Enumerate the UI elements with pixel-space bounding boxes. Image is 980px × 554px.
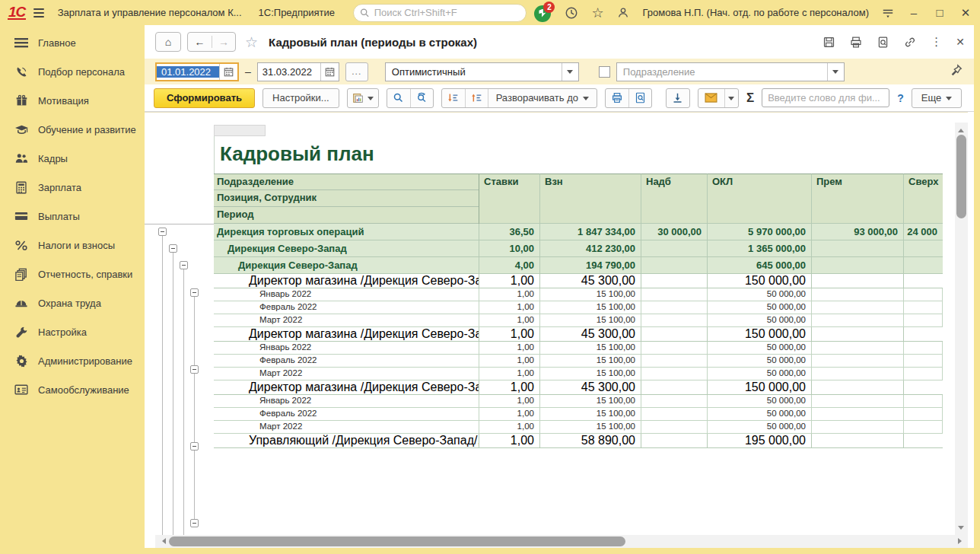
date-from-value[interactable]: 01.01.2022: [157, 66, 219, 78]
sidebar-item-gift[interactable]: Мотивация: [0, 86, 145, 115]
table-row[interactable]: Директор магазина /Дирекция Северо-Запад…: [214, 380, 943, 395]
save-report-icon[interactable]: [667, 89, 689, 107]
row-label-cell[interactable]: Директор магазина /Дирекция Северо-Запад…: [214, 327, 479, 342]
report-title-cell[interactable]: Кадровый план: [214, 125, 943, 174]
value-cell[interactable]: [641, 301, 708, 314]
value-cell[interactable]: [812, 327, 904, 342]
header-cell[interactable]: Взн: [540, 174, 641, 224]
sidebar-item-graduation-cap[interactable]: Обучение и развитие: [0, 115, 145, 144]
close-form-button[interactable]: ✕: [956, 36, 965, 48]
table-row[interactable]: Директор магазина /Дирекция Северо-Запад…: [214, 274, 943, 288]
value-cell[interactable]: [904, 421, 943, 434]
tree-collapse-expander[interactable]: [180, 261, 188, 269]
tree-collapse-expander[interactable]: [190, 288, 199, 297]
value-cell[interactable]: [641, 274, 708, 288]
row-label-cell[interactable]: Январь 2022: [214, 395, 479, 408]
value-cell[interactable]: 50 000,00: [708, 342, 812, 355]
value-cell[interactable]: [812, 301, 904, 314]
row-label-cell[interactable]: Управляющий /Дирекция Северо-Запад/, Куз…: [214, 434, 479, 448]
chevron-down-icon[interactable]: [724, 89, 738, 107]
sidebar-item-helmet[interactable]: Охрана труда: [0, 288, 145, 317]
value-cell[interactable]: [812, 240, 904, 257]
value-cell[interactable]: 36,50: [479, 224, 540, 240]
table-row[interactable]: Март 20221,0015 100,0050 000,00: [214, 314, 943, 327]
value-cell[interactable]: [641, 355, 708, 368]
value-cell[interactable]: [904, 274, 943, 288]
print-icon[interactable]: [849, 36, 863, 49]
value-cell[interactable]: [641, 314, 708, 327]
row-label-cell[interactable]: Февраль 2022: [214, 301, 479, 314]
value-cell[interactable]: [904, 314, 943, 327]
sidebar-item-percent[interactable]: Налоги и взносы: [0, 231, 145, 259]
scenario-combo[interactable]: Оптимистичный: [385, 62, 579, 81]
value-cell[interactable]: 4,00: [479, 257, 540, 274]
send-mail-button[interactable]: [698, 89, 724, 107]
table-row[interactable]: Директор магазина /Дирекция Северо-Запад…: [214, 327, 943, 342]
value-cell[interactable]: 15 100,00: [540, 395, 641, 408]
history-icon[interactable]: [565, 6, 578, 20]
value-cell[interactable]: [904, 434, 943, 448]
value-cell[interactable]: 1,00: [479, 327, 540, 342]
department-combo[interactable]: Подразделение: [616, 62, 845, 81]
value-cell[interactable]: 1 365 000,00: [708, 240, 812, 257]
tree-collapse-expander[interactable]: [169, 244, 177, 253]
header-cell[interactable]: Надб: [641, 174, 708, 224]
value-cell[interactable]: [812, 257, 904, 274]
settings-button[interactable]: Настройки...: [262, 88, 339, 108]
value-cell[interactable]: 1,00: [479, 288, 540, 301]
department-checkbox[interactable]: [599, 66, 610, 78]
value-cell[interactable]: [641, 327, 708, 342]
row-label-cell[interactable]: Март 2022: [214, 314, 479, 327]
value-cell[interactable]: 30 000,00: [641, 224, 708, 240]
value-cell[interactable]: 50 000,00: [708, 314, 812, 327]
value-cell[interactable]: [641, 395, 708, 408]
value-cell[interactable]: 50 000,00: [708, 395, 812, 408]
sidebar-item-people[interactable]: Кадры: [0, 144, 145, 173]
sidebar-item-menu[interactable]: Главное: [0, 28, 145, 57]
table-row[interactable]: Январь 20221,0015 100,0050 000,00: [214, 342, 943, 355]
header-cell[interactable]: Период: [214, 207, 479, 224]
value-cell[interactable]: 50 000,00: [708, 368, 812, 380]
value-cell[interactable]: [641, 421, 708, 434]
favorites-icon[interactable]: ☆: [590, 5, 604, 21]
table-row[interactable]: Февраль 20221,0015 100,0050 000,00: [214, 301, 943, 314]
row-label-cell[interactable]: Дирекция торговых операций: [214, 224, 479, 240]
table-row[interactable]: Январь 20221,0015 100,0050 000,00: [214, 395, 943, 408]
table-row[interactable]: Дирекция Северо-Запад10,00412 230,001 36…: [214, 240, 943, 257]
get-link-icon[interactable]: [903, 36, 917, 49]
date-from-field[interactable]: 01.01.2022: [155, 62, 239, 81]
table-row[interactable]: Март 20221,0015 100,0050 000,00: [214, 421, 943, 434]
value-cell[interactable]: [641, 342, 708, 355]
global-search[interactable]: [353, 4, 527, 22]
value-cell[interactable]: 10,00: [479, 240, 540, 257]
value-cell[interactable]: [812, 314, 904, 327]
tree-collapse-expander[interactable]: [158, 228, 167, 236]
user-icon[interactable]: [616, 6, 630, 20]
close-app-button[interactable]: ✕: [959, 6, 972, 20]
header-cell[interactable]: Сверх: [904, 174, 943, 224]
sidebar-item-credit-card[interactable]: Выплаты: [0, 202, 145, 231]
value-cell[interactable]: [812, 434, 904, 448]
scroll-down-icon[interactable]: [958, 526, 964, 533]
date-to-value[interactable]: 31.03.2022: [258, 66, 320, 78]
value-cell[interactable]: 1,00: [479, 434, 540, 448]
value-cell[interactable]: 195 000,00: [708, 434, 812, 448]
value-cell[interactable]: [904, 240, 943, 257]
value-cell[interactable]: 45 300,00: [540, 380, 641, 395]
value-cell[interactable]: [904, 355, 943, 368]
value-cell[interactable]: 194 790,00: [540, 257, 641, 274]
print-preview-icon[interactable]: [877, 36, 889, 49]
sidebar-item-gear[interactable]: Администрирование: [0, 346, 145, 375]
value-cell[interactable]: 15 100,00: [540, 421, 641, 434]
minimize-button[interactable]: –: [907, 6, 921, 19]
service-menu-icon[interactable]: [881, 7, 895, 19]
value-cell[interactable]: 15 100,00: [540, 342, 641, 355]
main-menu-icon[interactable]: [33, 6, 43, 20]
value-cell[interactable]: [641, 240, 708, 257]
save-icon[interactable]: [822, 36, 835, 49]
value-cell[interactable]: [904, 408, 943, 421]
table-row[interactable]: Дирекция Северо-Запад4,00194 790,00645 0…: [214, 257, 943, 274]
table-row[interactable]: Январь 20221,0015 100,0050 000,00: [214, 288, 943, 301]
header-cell[interactable]: ОКЛ: [708, 174, 812, 224]
chevron-down-icon[interactable]: [562, 63, 578, 81]
